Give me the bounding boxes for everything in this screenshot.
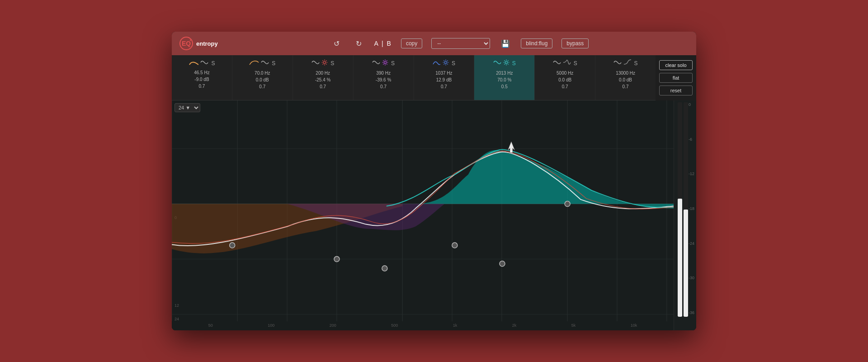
band-7-q: 0.7: [562, 83, 568, 90]
band-5: S 1037 Hz 12.9 dB 0.7: [414, 55, 475, 100]
db-right-0: 0: [689, 102, 694, 107]
band-4-solo-button[interactable]: S: [391, 60, 395, 67]
db-right-24: -24: [689, 241, 694, 246]
flat-button[interactable]: flat: [659, 73, 693, 83]
band-2-icons: S: [249, 59, 275, 68]
band-1-shape-icon[interactable]: [189, 59, 198, 67]
band-3-shape-icon[interactable]: [311, 59, 320, 68]
app-title: entropy: [196, 40, 218, 47]
band-8-shape-icon[interactable]: [613, 59, 622, 68]
freq-500: 500: [391, 323, 398, 328]
band-3-params: 200 Hz -25.4 % 0.7: [315, 70, 330, 90]
band-5-shape-icon[interactable]: [433, 59, 441, 68]
plugin-name-button[interactable]: blind:flug: [521, 38, 552, 48]
band-7-notch-icon[interactable]: [563, 59, 571, 68]
band-6-gain: 70.0 %: [497, 76, 511, 83]
svg-line-19: [387, 60, 387, 61]
band-6-solo-button[interactable]: S: [512, 60, 516, 67]
preset-dropdown[interactable]: --: [431, 38, 490, 49]
logo-area: EQ + entropy: [179, 36, 224, 51]
band-1-solo-button[interactable]: S: [211, 60, 215, 67]
svg-line-38: [504, 64, 505, 65]
svg-point-30: [505, 62, 507, 64]
band-2-q: 0.7: [259, 83, 265, 90]
band-7-icons: S: [553, 59, 577, 68]
freq-100: 100: [268, 323, 274, 328]
bypass-button[interactable]: bypass: [561, 38, 589, 48]
freq-1k: 1k: [453, 323, 458, 328]
band-7: S 5000 Hz 0.0 dB 0.7: [535, 55, 595, 100]
svg-line-8: [323, 60, 324, 61]
band-3-solo-button[interactable]: S: [330, 60, 334, 67]
band-4-gear-icon[interactable]: [382, 59, 388, 67]
svg-line-26: [443, 60, 444, 61]
band-2-freq: 70.0 Hz: [255, 70, 270, 76]
band-6-params: 2013 Hz 70.0 % 0.5: [496, 70, 513, 90]
eq-graph[interactable]: 24 ▼ 12 6 -12 0 12 24 50 100 200 500 1k …: [172, 100, 674, 330]
svg-line-36: [508, 64, 509, 65]
band-7-freq: 5000 Hz: [557, 70, 573, 76]
svg-line-11: [323, 64, 324, 65]
redo-button[interactable]: ↻: [352, 38, 365, 50]
ab-button[interactable]: A | B: [374, 40, 392, 47]
svg-point-3: [324, 62, 326, 64]
band-4-gain: -39.6 %: [376, 76, 391, 83]
band-1: S 46.5 Hz -9.0 dB 0.7: [172, 55, 232, 100]
plugin-window: EQ + entropy ↺ ↻ A | B copy -- 💾 blind:f…: [172, 32, 696, 330]
db-scale-right: 0 -6 -12 -18 -24 -30 -36: [689, 100, 694, 317]
save-button[interactable]: 💾: [499, 38, 512, 50]
level-meter-left-fill: [678, 199, 682, 317]
copy-button[interactable]: copy: [401, 38, 422, 48]
undo-button[interactable]: ↺: [330, 38, 343, 50]
clear-solo-button[interactable]: clear solo: [659, 60, 693, 70]
svg-line-17: [383, 60, 384, 61]
band-4-q: 0.7: [380, 83, 387, 90]
band-2-gain: 0.0 dB: [256, 76, 269, 83]
band-8-solo-button[interactable]: S: [634, 60, 638, 67]
level-meter-left: [678, 102, 682, 317]
svg-line-35: [504, 60, 505, 61]
level-meter-right-fill: [684, 210, 688, 317]
band-6-shape-icon[interactable]: [493, 59, 501, 68]
freq-200: 200: [330, 323, 336, 328]
db-right-6: -6: [689, 137, 694, 142]
band-2-solo-button[interactable]: S: [272, 60, 275, 67]
level-meters: [678, 102, 688, 317]
band-1-gain: -9.0 dB: [194, 76, 209, 83]
band-3: S 200 Hz -25.4 % 0.7: [293, 55, 354, 100]
band-6-gear-icon[interactable]: [503, 59, 509, 67]
band-7-shape-icon[interactable]: [553, 59, 561, 68]
band-5-icons: S: [433, 59, 455, 68]
band-1-q: 0.7: [198, 83, 205, 90]
band-7-solo-button[interactable]: S: [574, 60, 577, 67]
db-right-30: -30: [689, 276, 694, 280]
eq-container: 24 ▼ 12 6 -12 0 12 24 50 100 200 500 1k …: [172, 100, 696, 330]
band-5-solo-button[interactable]: S: [452, 60, 455, 67]
band-4-icons: S: [372, 59, 395, 68]
svg-point-12: [384, 62, 387, 64]
logo-icon: EQ +: [179, 36, 193, 51]
band-2-wave-icon[interactable]: [261, 59, 269, 68]
header: EQ + entropy ↺ ↻ A | B copy -- 💾 blind:f…: [172, 32, 696, 55]
zoom-select[interactable]: 24 ▼ 12 6: [175, 103, 200, 112]
freq-50: 50: [208, 323, 213, 328]
band-3-gear-icon[interactable]: [321, 59, 328, 67]
band-1-params: 46.5 Hz -9.0 dB 0.7: [194, 69, 209, 90]
band-strip-container: S 46.5 Hz -9.0 dB 0.7 S: [172, 55, 696, 100]
band-5-gear-icon[interactable]: [443, 59, 449, 67]
db-right-12: -12: [689, 171, 694, 176]
reset-button[interactable]: reset: [659, 86, 693, 95]
band-8-icons: S: [613, 59, 638, 68]
band-4-params: 390 Hz -39.6 % 0.7: [376, 70, 391, 90]
band-4-shape-icon[interactable]: [372, 59, 380, 68]
freq-labels: 50 100 200 500 1k 2k 5k 10k: [172, 323, 674, 328]
eq-canvas[interactable]: [172, 100, 674, 330]
band-3-gain: -25.4 %: [315, 76, 330, 83]
band-5-gain: 12.9 dB: [436, 76, 452, 83]
svg-line-37: [508, 60, 509, 61]
band-2-shape-icon[interactable]: [249, 59, 259, 68]
svg-point-21: [444, 62, 447, 64]
band-1-wave-icon[interactable]: [200, 59, 208, 67]
band-3-freq: 200 Hz: [316, 70, 330, 76]
band-8-shelf-icon[interactable]: [623, 59, 632, 68]
